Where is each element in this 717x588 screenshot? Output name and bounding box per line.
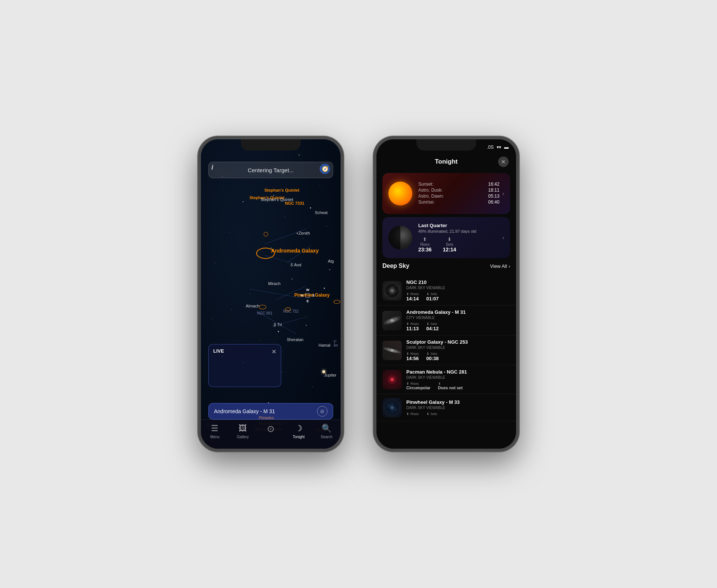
ngc210-times: ⬆Rises 14:14 ⬇Sets 01:07 xyxy=(406,292,510,301)
moon-phase: Last Quarter xyxy=(418,223,502,228)
sculptor-info: Sculptor Galaxy - NGC 253 DARK SKY VIEWA… xyxy=(406,339,510,361)
no-track-icon[interactable]: ⊘ xyxy=(317,406,328,417)
deep-sky-header: Deep Sky View All › xyxy=(382,263,510,269)
svg-point-17 xyxy=(391,406,394,409)
close-icon: ✕ xyxy=(501,159,506,165)
map-search-bar[interactable]: Centering Target... xyxy=(208,162,333,178)
deep-sky-title: Deep Sky xyxy=(382,263,409,269)
tab-tonight-label: Tonight xyxy=(293,435,305,439)
ngc210-info: NGC 210 DARK SKY VIEWABLE ⬆Rises 14:14 ⬇… xyxy=(406,279,510,301)
search-icon: 🔍 xyxy=(322,424,332,433)
andromeda-thumbnail xyxy=(382,311,402,330)
sets-value: 12:14 xyxy=(443,247,456,253)
moon-info: Last Quarter 49% illuminated, 21.97 days… xyxy=(418,223,502,253)
tab-menu[interactable]: ☰ Menu xyxy=(201,424,229,439)
list-item[interactable]: Sculptor Galaxy - NGC 253 DARK SKY VIEWA… xyxy=(376,335,516,365)
hamal-label: Hamal xyxy=(319,343,330,347)
list-item[interactable]: NGC 210 DARK SKY VIEWABLE ⬆Rises 14:14 ⬇… xyxy=(376,276,516,306)
ios-version: .0S xyxy=(487,145,494,150)
pinwheel-times: ⬆Rises ⬇Sets xyxy=(406,412,510,416)
moon-orb xyxy=(388,226,412,250)
tab-camera[interactable]: ⊙ xyxy=(257,424,285,436)
deep-sky-list: NGC 210 DARK SKY VIEWABLE ⬆Rises 14:14 ⬇… xyxy=(376,276,516,449)
astro-dawn-label: Astro. Dawn: xyxy=(418,194,444,199)
jupiter-label: Jupiter xyxy=(324,373,336,377)
pacman-thumbnail xyxy=(382,370,402,389)
sculptor-thumbnail xyxy=(382,341,402,360)
andromeda-name: Andromeda Galaxy - M 31 xyxy=(406,309,510,315)
live-box: LIVE ✕ xyxy=(208,344,281,387)
tab-search[interactable]: 🔍 Search xyxy=(313,424,341,439)
list-item[interactable]: Pacman Nebula - NGC 281 DARK SKY VIEWABL… xyxy=(376,365,516,394)
live-close-button[interactable]: ✕ xyxy=(271,348,276,355)
tab-gallery[interactable]: 🖼 Gallery xyxy=(229,424,257,439)
svg-point-2 xyxy=(390,289,394,293)
another-galaxy-circle xyxy=(333,300,340,304)
scheat-label: Scheat xyxy=(315,210,328,215)
sun-chevron-icon: › xyxy=(502,191,504,196)
tab-menu-label: Menu xyxy=(210,435,220,439)
moon-rises-col: ⬆ Rises 23:36 xyxy=(418,236,432,253)
close-button[interactable]: ✕ xyxy=(498,157,509,167)
battery-icon: ▬ xyxy=(504,145,509,150)
pinwheel-name: Pinwheel Galaxy - M 33 xyxy=(406,399,510,405)
wifi-icon: ▾▾ xyxy=(497,145,501,150)
sunset-value: 16:42 xyxy=(488,182,499,187)
tonight-screen: .0S ▾▾ ▬ Tonight ✕ Sunset: 16:42 Astro. … xyxy=(376,139,516,449)
sunrise-value: 06:40 xyxy=(488,199,499,205)
moon-chevron-icon: › xyxy=(502,235,504,241)
right-phone: .0S ▾▾ ▬ Tonight ✕ Sunset: 16:42 Astro. … xyxy=(373,136,519,452)
sets-icon: ⬇ xyxy=(447,236,451,242)
moon-times: ⬆ Rises 23:36 ⬇ Sets 12:14 xyxy=(418,236,502,253)
moon-card[interactable]: Last Quarter 49% illuminated, 21.97 days… xyxy=(382,217,510,258)
list-item[interactable]: Pinwheel Galaxy - M 33 DARK SKY VIEWABLE… xyxy=(376,394,516,421)
ngc752-circle xyxy=(285,307,291,311)
tab-gallery-label: Gallery xyxy=(237,435,249,439)
mirach-label: Mirach xyxy=(268,281,280,286)
sun-info: Sunset: 16:42 Astro. Dusk: 18:11 Astro. … xyxy=(418,182,499,205)
galaxy-target xyxy=(256,248,275,259)
tonight-title: Tonight xyxy=(435,158,457,165)
tab-bar: ☰ Menu 🖼 Gallery ⊙ ☽ Tonight 🔍 Search xyxy=(201,420,341,449)
view-all-button[interactable]: View All › xyxy=(490,263,510,269)
andromeda-info: Andromeda Galaxy - M 31 CITY VIEWABLE ⬆R… xyxy=(406,309,510,331)
astro-dusk-label: Astro. Dusk: xyxy=(418,188,443,193)
pacman-times: ⬆Rises Circumpolar ⬇ Does not set xyxy=(406,382,510,390)
info-button[interactable]: i xyxy=(211,164,213,171)
moon-sets-col: ⬇ Sets 12:14 xyxy=(443,236,456,253)
rises-value: 23:36 xyxy=(418,247,432,253)
svg-point-6 xyxy=(390,319,394,322)
pacman-info: Pacman Nebula - NGC 281 DARK SKY VIEWABL… xyxy=(406,369,510,390)
moon-detail: 49% illuminated, 21.97 days old xyxy=(418,229,502,233)
star-map[interactable]: Centering Target... i 🧭 Stephan's Quinte… xyxy=(201,139,341,449)
almach-label: Almach xyxy=(246,304,260,308)
ngc891-label: NGC 891 xyxy=(257,311,273,315)
andromeda-times: ⬆Rises 11:13 ⬇Sets 04:12 xyxy=(406,322,510,331)
view-all-chevron-icon: › xyxy=(509,263,510,269)
pinwheel-info: Pinwheel Galaxy - M 33 DARK SKY VIEWABLE… xyxy=(406,399,510,416)
rises-icon: ⬆ xyxy=(423,236,427,242)
view-all-label: View All xyxy=(490,263,507,269)
compass-icon: 🧭 xyxy=(320,164,330,174)
tab-search-label: Search xyxy=(321,435,333,439)
left-phone: Centering Target... i 🧭 Stephan's Quinte… xyxy=(198,136,344,452)
list-item[interactable]: Andromeda Galaxy - M 31 CITY VIEWABLE ⬆R… xyxy=(376,306,516,335)
menu-icon: ☰ xyxy=(211,424,218,433)
svg-point-13 xyxy=(391,378,393,381)
sun-card[interactable]: Sunset: 16:42 Astro. Dusk: 18:11 Astro. … xyxy=(382,173,510,214)
beta-tri-label: β Tri xyxy=(274,322,282,327)
ngc210-visibility: DARK SKY VIEWABLE xyxy=(406,286,510,290)
astro-dawn-value: 05:13 xyxy=(488,194,499,199)
status-bar: .0S ▾▾ ▬ xyxy=(487,145,509,150)
stephan-quintet-1: Stephan's Quintet xyxy=(264,188,299,192)
zenith-label: +Zenith xyxy=(296,231,310,235)
tab-tonight[interactable]: ☽ Tonight xyxy=(285,424,313,439)
ngc891-circle xyxy=(259,305,266,309)
compass-button[interactable]: 🧭 xyxy=(320,164,330,174)
ngc210-name: NGC 210 xyxy=(406,279,510,285)
gamma-ari-label: γ¹ Ari xyxy=(333,339,341,347)
object-bar[interactable]: Andromeda Galaxy - M 31 ⊘ xyxy=(208,403,333,420)
live-label: LIVE xyxy=(213,348,224,354)
astro-dusk-value: 18:11 xyxy=(488,188,499,193)
galaxy-crosshair xyxy=(264,232,268,236)
